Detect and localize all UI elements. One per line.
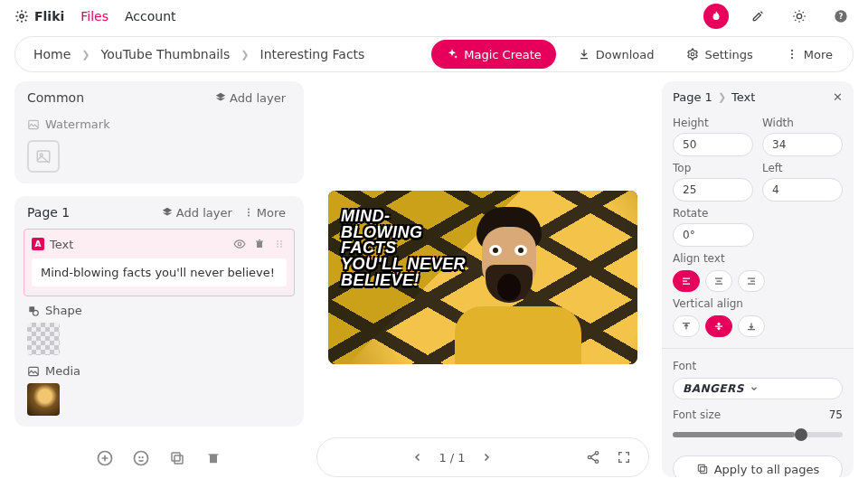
shape-layer[interactable]: Shape [27,304,291,317]
align-center-button[interactable] [705,270,732,292]
voice-page-icon[interactable] [131,448,151,468]
prop-crumb-page[interactable]: Page 1 [673,90,712,104]
svg-point-18 [277,243,278,245]
page1-more-label: More [257,206,286,220]
more-button[interactable]: More [775,41,844,68]
common-title: Common [27,90,209,105]
page1-more[interactable]: More [238,206,291,220]
svg-point-4 [692,52,695,56]
watermark-thumbnail[interactable] [27,140,60,173]
align-text-label: Align text [673,252,843,265]
height-input[interactable] [673,133,753,156]
svg-point-20 [277,246,278,248]
tools-icon[interactable] [745,4,770,29]
width-input[interactable] [762,133,843,156]
layers-icon [214,91,227,104]
page1-add-layer[interactable]: Add layer [156,206,238,220]
svg-point-26 [135,452,148,465]
text-layer-label: Text [50,238,73,251]
common-panel: Common Add layer Watermark [14,81,304,183]
apply-all-button[interactable]: Apply to all pages [673,455,843,477]
delete-icon[interactable] [252,237,267,251]
settings-label: Settings [704,48,752,61]
align-right-button[interactable] [738,270,765,292]
drag-handle-icon[interactable] [272,237,287,251]
left-input[interactable] [762,178,843,202]
crumb-file[interactable]: Interesting Facts [260,47,365,61]
font-select[interactable]: BANGERS [673,378,843,399]
svg-point-27 [138,456,140,458]
svg-rect-36 [698,465,704,471]
prop-crumb-text[interactable]: Text [731,90,755,104]
download-icon [578,48,590,61]
rotate-input[interactable] [673,223,754,247]
image-icon [27,365,40,378]
fontsize-label: Font size [673,408,721,421]
svg-point-14 [238,242,241,246]
align-left-button[interactable] [673,270,700,292]
fullscreen-icon[interactable] [614,447,634,467]
help-icon[interactable]: ? [828,4,854,29]
share-icon[interactable] [583,447,603,467]
page-prev-button[interactable] [408,447,428,467]
add-page-icon[interactable] [95,448,115,468]
media-label: Media [45,364,80,378]
svg-point-5 [791,50,793,52]
close-icon[interactable]: ✕ [833,90,843,104]
properties-panel: Page 1 ❯ Text ✕ Height Width Top [662,81,854,477]
top-input[interactable] [673,178,753,202]
canvas-preview[interactable]: Mind- blowing facts you'll never believe… [328,191,637,364]
svg-rect-31 [210,455,217,463]
valign-middle-button[interactable] [705,315,732,337]
svg-rect-30 [172,453,180,461]
shape-label: Shape [45,304,82,317]
svg-point-1 [797,14,801,18]
flame-icon[interactable] [703,4,729,29]
svg-point-28 [142,456,144,458]
magic-create-button[interactable]: Magic Create [431,40,556,69]
common-add-layer[interactable]: Add layer [209,91,291,105]
svg-point-16 [277,240,278,242]
crumb-folder[interactable]: YouTube Thumbnails [101,47,231,61]
fontsize-value: 75 [829,408,843,421]
font-label: Font [673,360,843,372]
more-vertical-icon [243,207,254,218]
gear-icon [14,9,29,23]
watermark-layer[interactable]: Watermark [14,114,304,135]
shape-thumbnail[interactable] [27,323,60,355]
valign-bottom-button[interactable] [738,315,765,337]
image-placeholder-icon [35,148,52,164]
download-button[interactable]: Download [567,41,665,68]
svg-rect-29 [175,455,183,464]
layers-icon [161,206,174,219]
canvas-thumb-text[interactable]: Mind- blowing facts you'll never believe… [341,209,467,288]
brand[interactable]: Fliki [14,9,64,23]
valign-top-button[interactable] [673,315,700,337]
media-layer[interactable]: Media [27,364,291,378]
width-label: Width [762,117,843,129]
svg-point-17 [280,240,282,242]
svg-point-6 [791,53,793,55]
nav-files[interactable]: Files [80,9,108,23]
more-vertical-icon [786,48,798,61]
theme-icon[interactable] [787,4,812,29]
text-layer-input[interactable]: Mind-blowing facts you'll never believe! [32,258,287,286]
copy-icon [696,463,709,475]
settings-button[interactable]: Settings [675,41,763,68]
svg-point-12 [248,211,250,213]
crumb-home[interactable]: Home [33,47,71,61]
more-label: More [804,48,833,61]
chevron-right-icon: ❯ [241,49,249,61]
page1-title: Page 1 [27,205,70,220]
duplicate-page-icon[interactable] [167,448,187,468]
valign-label: Vertical align [673,297,843,310]
delete-page-icon[interactable] [203,448,223,468]
fontsize-slider[interactable] [673,432,843,437]
font-value: BANGERS [683,382,744,395]
magic-create-label: Magic Create [464,48,542,61]
eye-icon[interactable] [232,237,247,251]
nav-account[interactable]: Account [125,9,176,23]
page-next-button[interactable] [476,447,496,467]
media-thumbnail[interactable] [27,383,60,416]
text-layer[interactable]: A Text Mind-blowing facts you'll never b… [24,229,295,296]
